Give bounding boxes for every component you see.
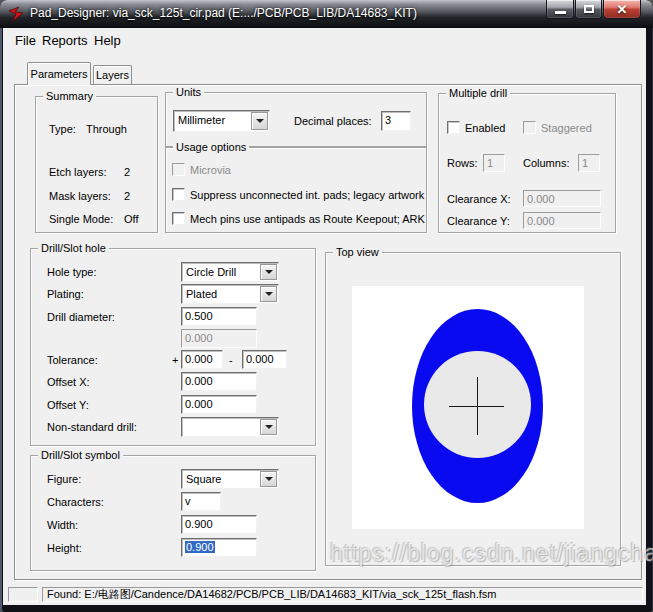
chevron-down-icon: [265, 425, 273, 429]
multiple-drill-legend: Multiple drill: [446, 87, 510, 99]
plating-dropdown[interactable]: Plated: [181, 284, 279, 304]
summary-legend: Summary: [43, 90, 96, 102]
mask-layers-value: 2: [124, 190, 130, 202]
offset-y-field[interactable]: 0.000: [181, 395, 257, 414]
rows-label: Rows:: [447, 157, 478, 169]
menu-help[interactable]: Help: [92, 32, 123, 50]
mask-layers-label: Mask layers:: [49, 190, 111, 202]
drill-slot-hole-legend: Drill/Slot hole: [38, 242, 109, 254]
type-value: Through: [86, 123, 127, 135]
plating-value: Plated: [186, 288, 217, 300]
units-group: Units Millimeter Decimal places: 3: [165, 92, 427, 147]
figure-label: Figure:: [47, 473, 81, 485]
clearance-y-label: Clearance Y:: [447, 215, 510, 227]
single-mode-label: Single Mode:: [49, 213, 113, 225]
drill-slot-hole-group: Drill/Slot hole Hole type: Circle Drill …: [30, 248, 316, 446]
title-bar[interactable]: Pad_Designer: via_sck_125t_cir.pad (E:..…: [0, 0, 653, 28]
width-field[interactable]: 0.900: [181, 515, 257, 534]
offset-x-field[interactable]: 0.000: [181, 372, 257, 391]
tolerance-label: Tolerance:: [47, 354, 98, 366]
drill-diameter-secondary-field: 0.000: [181, 329, 257, 348]
plating-dropdown-button[interactable]: [260, 286, 277, 302]
height-field[interactable]: 0.900: [181, 538, 257, 557]
drill-diameter-field[interactable]: 0.500: [181, 307, 257, 326]
offset-x-label: Offset X:: [47, 376, 90, 388]
suppress-checkbox[interactable]: [172, 188, 185, 201]
single-mode-value: Off: [124, 213, 138, 225]
clearance-x-label: Clearance X:: [447, 193, 511, 205]
tolerance-plus-sign: +: [172, 354, 178, 366]
clearance-x-field: 0.000: [523, 190, 601, 207]
decimal-places-field[interactable]: 3: [381, 111, 411, 131]
status-found-text: Found: E:/电路图/Candence/DA14682/PCB/PCB_L…: [43, 588, 642, 601]
menu-bar: File Reports Help: [3, 28, 646, 54]
usage-options-legend: Usage options: [173, 141, 249, 153]
close-button[interactable]: ✕: [603, 0, 641, 19]
microvia-checkbox: [172, 163, 185, 176]
staggered-label: Staggered: [541, 122, 592, 134]
drill-slot-symbol-legend: Drill/Slot symbol: [38, 449, 123, 461]
menu-reports[interactable]: Reports: [40, 32, 90, 50]
top-view-group: Top view: [325, 252, 621, 566]
minimize-icon: [555, 11, 566, 14]
chevron-down-icon: [256, 119, 264, 123]
status-bar: Found: E:/电路图/Candence/DA14682/PCB/PCB_L…: [3, 584, 646, 605]
maximize-icon: [584, 5, 594, 13]
rows-field: 1: [483, 154, 505, 172]
height-field-selected-text: 0.900: [185, 541, 215, 553]
non-standard-drill-dropdown[interactable]: [181, 417, 279, 437]
minimize-button[interactable]: [546, 0, 574, 19]
tab-layers[interactable]: Layers: [93, 65, 132, 84]
multiple-drill-group: Multiple drill Enabled Staggered Rows: 1…: [438, 93, 616, 233]
non-standard-drill-label: Non-standard drill:: [47, 421, 137, 433]
units-dropdown-button[interactable]: [251, 112, 268, 130]
close-icon: ✕: [617, 1, 628, 18]
characters-field[interactable]: v: [181, 492, 221, 511]
hole-type-dropdown[interactable]: Circle Drill: [181, 262, 279, 282]
figure-value: Square: [186, 473, 221, 485]
usage-options-group: Usage options Microvia Suppress unconnec…: [165, 147, 427, 233]
offset-y-label: Offset Y:: [47, 399, 89, 411]
tolerance-plus-field[interactable]: 0.000: [181, 350, 223, 369]
clearance-y-field: 0.000: [523, 212, 601, 229]
crosshair-icon: [477, 377, 478, 435]
enabled-label: Enabled: [465, 122, 505, 134]
tolerance-minus-field[interactable]: 0.000: [242, 350, 287, 369]
drill-slot-symbol-group: Drill/Slot symbol Figure: Square Charact…: [30, 455, 316, 571]
staggered-checkbox: [523, 121, 536, 134]
etch-layers-value: 2: [124, 166, 130, 178]
client-area: File Reports Help Parameters Layers Summ…: [3, 28, 646, 605]
height-label: Height:: [47, 542, 82, 554]
figure-dropdown[interactable]: Square: [181, 469, 279, 489]
status-panel-main: Found: E:/电路图/Candence/DA14682/PCB/PCB_L…: [42, 587, 643, 602]
mech-pins-label: Mech pins use antipads as Route Keepout;…: [190, 213, 425, 225]
mech-pins-checkbox[interactable]: [172, 212, 185, 225]
chevron-down-icon: [265, 292, 273, 296]
pad-preview-canvas: [352, 286, 584, 529]
hole-type-value: Circle Drill: [186, 266, 236, 278]
enabled-checkbox[interactable]: [447, 121, 460, 134]
non-standard-drill-dropdown-button[interactable]: [260, 419, 277, 435]
drill-diameter-label: Drill diameter:: [47, 311, 115, 323]
units-dropdown-value: Millimeter: [178, 114, 225, 126]
suppress-label: Suppress unconnected int. pads; legacy a…: [190, 189, 424, 201]
units-legend: Units: [173, 86, 204, 98]
columns-label: Columns:: [523, 157, 569, 169]
microvia-label: Microvia: [190, 164, 231, 176]
tolerance-minus-sign: -: [229, 354, 233, 366]
plating-label: Plating:: [47, 288, 84, 300]
tab-parameters[interactable]: Parameters: [27, 62, 91, 85]
hole-type-label: Hole type:: [47, 266, 97, 278]
figure-dropdown-button[interactable]: [260, 471, 277, 487]
menu-file[interactable]: File: [13, 32, 38, 50]
maximize-button[interactable]: [575, 0, 602, 19]
chevron-down-icon: [265, 477, 273, 481]
units-dropdown[interactable]: Millimeter: [173, 110, 270, 132]
top-view-legend: Top view: [333, 246, 382, 258]
app-icon: [8, 6, 24, 22]
decimal-places-label: Decimal places:: [294, 115, 372, 127]
window-title: Pad_Designer: via_sck_125t_cir.pad (E:..…: [30, 0, 417, 28]
type-label: Type:: [49, 123, 76, 135]
pad-designer-window: Pad_Designer: via_sck_125t_cir.pad (E:..…: [0, 0, 653, 612]
hole-type-dropdown-button[interactable]: [260, 264, 277, 280]
